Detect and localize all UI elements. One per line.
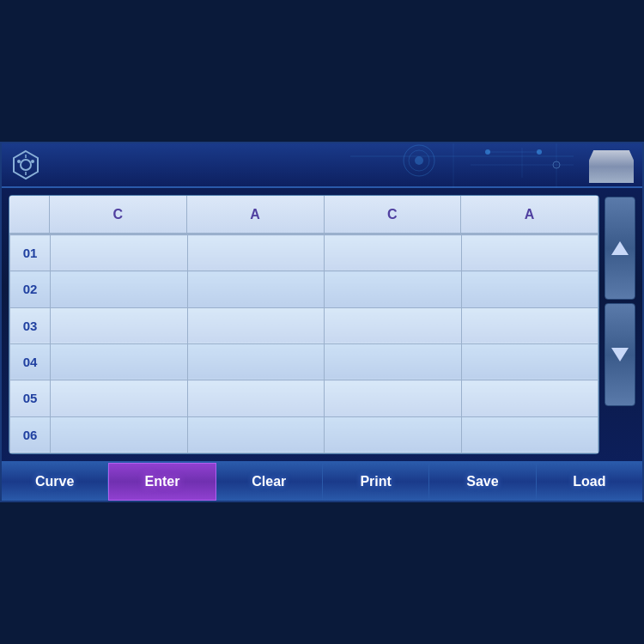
table-body: 010203040506: [9, 234, 598, 453]
cell-04-0[interactable]: [51, 343, 188, 380]
cell-01-3[interactable]: [461, 235, 598, 271]
cell-06-1[interactable]: [187, 416, 325, 453]
svg-point-7: [485, 149, 490, 155]
cell-01-0[interactable]: [51, 235, 188, 271]
col-header-c1: C: [50, 196, 187, 234]
cell-04-1[interactable]: [187, 343, 325, 380]
save-button[interactable]: Save: [429, 463, 536, 501]
content-area: C A C A 010203040506: [2, 188, 642, 461]
column-headers: C A C A: [9, 196, 598, 234]
row-num-spacer: [9, 196, 50, 234]
cell-03-2[interactable]: [325, 307, 462, 343]
cell-04-3[interactable]: [461, 343, 598, 380]
load-button[interactable]: Load: [537, 463, 642, 501]
table-row: 01: [10, 235, 598, 271]
cell-05-2[interactable]: [325, 380, 462, 416]
cell-01-1[interactable]: [187, 235, 325, 271]
arrow-up-icon: [611, 241, 629, 255]
scrollbar: [605, 195, 635, 454]
arrow-down-icon: [611, 348, 629, 361]
cell-03-0[interactable]: [51, 307, 188, 343]
table-row: 06: [10, 416, 598, 453]
cell-03-1[interactable]: [187, 307, 325, 343]
svg-point-11: [553, 161, 560, 168]
svg-point-15: [31, 160, 34, 163]
data-table: 010203040506: [9, 234, 598, 453]
cell-02-0[interactable]: [51, 271, 188, 307]
print-button[interactable]: Print: [323, 463, 429, 501]
enter-button[interactable]: Enter: [108, 463, 216, 501]
scroll-up-button[interactable]: [605, 197, 635, 300]
cell-06-3[interactable]: [461, 416, 598, 453]
toolbar: CurveEnterClearPrintSaveLoad: [2, 461, 642, 501]
row-num-03: 03: [10, 307, 51, 343]
table-row: 02: [10, 271, 598, 307]
row-num-02: 02: [10, 271, 51, 307]
col-headers-grid: C A C A: [50, 196, 598, 234]
settings-icon: [10, 149, 41, 180]
clear-button[interactable]: Clear: [216, 463, 323, 501]
cell-01-2[interactable]: [325, 235, 462, 271]
cell-05-0[interactable]: [51, 380, 188, 416]
row-num-04: 04: [10, 343, 51, 380]
table-row: 03: [10, 307, 598, 343]
cell-04-2[interactable]: [325, 343, 462, 380]
table-row: 05: [10, 380, 598, 416]
cell-02-2[interactable]: [325, 271, 462, 307]
screen: C A C A 010203040506: [0, 142, 644, 502]
svg-point-8: [537, 149, 542, 155]
svg-point-2: [415, 156, 423, 165]
table-row: 04: [10, 343, 598, 380]
cell-06-2[interactable]: [325, 416, 462, 453]
svg-point-14: [17, 160, 21, 163]
row-num-05: 05: [10, 380, 51, 416]
col-header-a1: A: [187, 196, 325, 234]
calibration-table: C A C A 010203040506: [9, 195, 599, 454]
header: [2, 143, 642, 188]
cell-02-1[interactable]: [187, 271, 325, 307]
cell-05-3[interactable]: [461, 380, 598, 416]
col-header-a2: A: [461, 196, 598, 234]
cell-03-3[interactable]: [461, 307, 598, 343]
cell-02-3[interactable]: [461, 271, 598, 307]
row-num-06: 06: [10, 416, 51, 453]
svg-point-1: [409, 150, 429, 171]
cell-05-1[interactable]: [187, 380, 325, 416]
col-header-c2: C: [325, 196, 462, 234]
table-wrapper: C A C A 010203040506: [9, 196, 598, 453]
svg-point-0: [404, 145, 434, 176]
row-num-01: 01: [10, 235, 51, 271]
menu-button[interactable]: [589, 150, 634, 183]
curve-button[interactable]: Curve: [2, 463, 108, 501]
cell-06-0[interactable]: [51, 416, 188, 453]
scroll-down-button[interactable]: [605, 303, 635, 406]
svg-point-13: [21, 160, 31, 170]
